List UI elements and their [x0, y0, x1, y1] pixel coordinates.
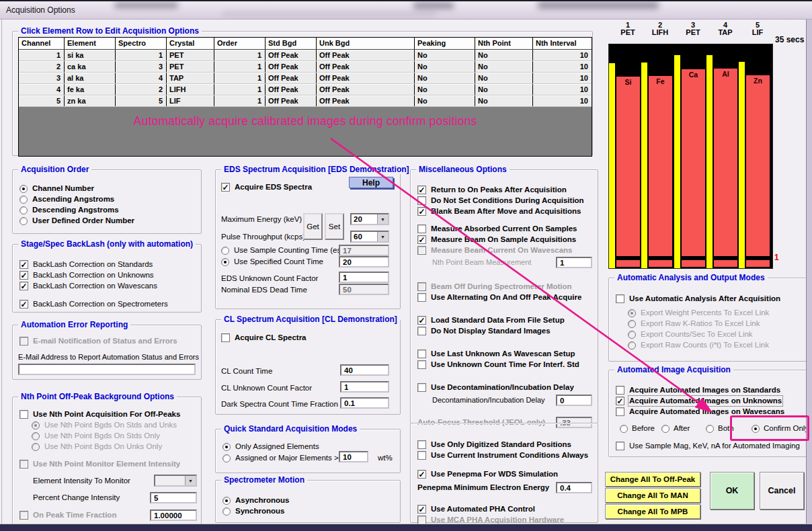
checkbox-return-to-on-peaks-after-acquisition[interactable]: Return to On Peaks After Acquisition — [417, 186, 598, 194]
checkbox-measure-beam-on-sample-acquisitions[interactable]: Measure Beam On Sample Acquisitions — [417, 235, 598, 244]
nth-point-beam-measurement-input[interactable] — [556, 257, 592, 268]
check-indicator[interactable] — [417, 327, 426, 335]
radio-only-assigned-elements[interactable]: Only Assigned Elements — [222, 442, 319, 451]
check-indicator[interactable] — [417, 316, 426, 325]
check-indicator[interactable] — [417, 196, 426, 205]
checkbox-use-only-digitized-standard-positions[interactable]: Use Only Digitized Standard Positions — [417, 440, 598, 449]
checkbox-backlash-correction-on-standards[interactable]: BackLash Correction on Standards — [19, 260, 201, 269]
checkbox-use-automated-pha-control[interactable]: Use Automated PHA Control — [417, 505, 598, 514]
dark-spectra-fraction-input[interactable] — [340, 397, 389, 409]
check-indicator[interactable] — [616, 407, 624, 416]
checkbox-acquire-automated-images-on-wavescans[interactable]: Acquire Automated Images on Wavescans — [616, 407, 807, 416]
radio-synchronous[interactable]: Synchronous — [222, 507, 400, 516]
radio-both[interactable]: Both — [706, 424, 734, 433]
checkbox-acquire-automated-images-on-unknowns[interactable]: Acquire Automated Images on Unknowns — [616, 397, 807, 405]
checkbox-do-not-display-standard-images[interactable]: Do Not Display Standard Images — [417, 327, 598, 335]
checkbox-use-last-unknown-as-wavescan-setup[interactable]: Use Last Unknown As Wavescan Setup — [417, 350, 598, 358]
set-button[interactable]: Set — [325, 213, 344, 240]
check-indicator[interactable] — [221, 183, 230, 192]
window-titlebar[interactable]: Acquisition Options — [0, 0, 812, 19]
table-row[interactable]: 5zn ka5LIF1Off PeakOff PeakNoNo10 — [19, 95, 592, 107]
check-indicator[interactable] — [616, 386, 624, 395]
pulse-throughput-dropdown[interactable]: 60 ▼ — [350, 231, 389, 243]
radio-indicator[interactable] — [19, 206, 28, 214]
chevron-down-icon[interactable]: ▼ — [377, 232, 388, 241]
checkbox-use-penepma-for-wds-simulation[interactable]: Use Penepma For WDS Simulation — [417, 470, 598, 479]
radio-indicator[interactable] — [706, 425, 714, 433]
checkbox-do-not-set-conditions-during-acquisition[interactable]: Do Not Set Conditions During Acquisition — [417, 196, 598, 205]
radio-user-defined-order-number[interactable]: User Defined Order Number — [19, 216, 201, 225]
radio-descending-angstroms[interactable]: Descending Angstroms — [19, 206, 201, 214]
check-indicator[interactable] — [19, 282, 28, 290]
check-indicator[interactable] — [417, 470, 426, 479]
change-all-mpb-button[interactable]: Change All To MPB — [605, 504, 700, 519]
checkbox-acquire-cl-spectra[interactable]: Acquire CL Spectra — [221, 333, 307, 342]
radio-assigned-or-major-elements[interactable]: Assigned or Major Elements > — [222, 454, 339, 462]
table-row[interactable]: 2ca ka3PET1Off PeakOff PeakNoNo10 — [19, 61, 592, 73]
checkbox-backlash-correction-on-unknowns[interactable]: BackLash Correction on Unknowns — [19, 271, 201, 280]
penepma-minimum-energy-input[interactable] — [556, 482, 592, 493]
radio-after[interactable]: After — [661, 424, 690, 433]
eds-unknown-count-factor-input[interactable] — [339, 272, 389, 283]
radio-indicator[interactable] — [222, 443, 231, 451]
check-indicator[interactable] — [417, 207, 426, 216]
radio-use-specified-count-time[interactable]: Use Specified Count Time — [221, 257, 323, 266]
checkbox-use-sample-mag[interactable]: Use Sample Mag, KeV, nA for Automated Im… — [616, 442, 800, 450]
checkbox-use-unknown-count-time-for-interf-std[interactable]: Use Unknown Count Time For Interf. Std — [417, 360, 598, 369]
radio-indicator[interactable] — [620, 425, 628, 433]
checkbox-measure-absorbed-current-on-samples[interactable]: Measure Absorbed Current On Samples — [417, 224, 598, 233]
radio-use-sample-counting-time[interactable]: Use Sample Counting Time (est.) — [221, 246, 348, 255]
cl-count-time-input[interactable] — [340, 364, 389, 376]
ok-button[interactable]: OK — [710, 472, 754, 509]
on-peak-time-fraction-input[interactable] — [150, 509, 197, 521]
change-all-offpeak-button[interactable]: Change All To Off-Peak — [605, 472, 700, 487]
check-indicator[interactable] — [417, 293, 426, 302]
percent-change-input[interactable] — [150, 492, 197, 503]
checkbox-use-nth-point-acquisition[interactable]: Use Nth Point Acquisition For Off-Peaks — [19, 410, 201, 419]
radio-indicator[interactable] — [222, 497, 231, 505]
checkbox-backlash-correction-on-spectrometers[interactable]: BackLash Correction on Spectrometers — [19, 300, 201, 309]
check-indicator[interactable] — [417, 440, 426, 449]
check-indicator[interactable] — [417, 235, 426, 244]
radio-indicator[interactable] — [19, 196, 28, 204]
radio-indicator[interactable] — [752, 425, 760, 433]
email-address-input[interactable] — [18, 364, 196, 375]
radio-ascending-angstroms[interactable]: Ascending Angstroms — [19, 195, 201, 204]
checkbox-blank-beam-after-move-and-acquisitions[interactable]: Blank Beam After Move and Acquisitions — [417, 207, 598, 216]
check-indicator[interactable] — [417, 360, 426, 369]
checkbox-use-current-instrument-conditions-always[interactable]: Use Current Instrument Conditions Always — [417, 451, 598, 460]
checkbox-load-standard-data-from-file-setup[interactable]: Load Standard Data From File Setup — [417, 316, 598, 325]
get-button[interactable]: Get — [303, 213, 323, 240]
checkbox-use-alternating-on-and-off-peak-acquire[interactable]: Use Alternating On And Off Peak Acquire — [417, 293, 598, 302]
check-indicator[interactable] — [19, 260, 28, 269]
check-indicator[interactable] — [417, 224, 426, 233]
major-element-threshold-input[interactable] — [339, 451, 368, 462]
radio-confirm-only[interactable]: Confirm Only — [752, 424, 809, 433]
radio-indicator[interactable] — [221, 258, 229, 266]
table-row[interactable]: 1si ka1PET1Off PeakOff PeakNoNo10 — [19, 50, 592, 61]
check-indicator[interactable] — [19, 300, 28, 309]
check-indicator[interactable] — [417, 350, 426, 358]
help-button[interactable]: Help — [349, 177, 393, 188]
checkbox-backlash-correction-on-wavescans[interactable]: BackLash Correction on Wavescans — [19, 282, 201, 290]
check-indicator[interactable] — [417, 383, 426, 392]
check-indicator[interactable] — [616, 442, 624, 450]
check-indicator[interactable] — [616, 397, 624, 405]
check-indicator[interactable] — [616, 294, 624, 303]
radio-asynchronous[interactable]: Asynchronous — [222, 496, 400, 505]
table-row[interactable]: 3al ka4TAP1Off PeakOff PeakNoNo10 — [19, 73, 592, 84]
check-indicator[interactable] — [19, 271, 28, 280]
check-indicator[interactable] — [221, 333, 230, 342]
check-indicator[interactable] — [19, 410, 28, 419]
cancel-button[interactable]: Cancel — [760, 472, 804, 509]
decon-delay-input[interactable] — [556, 395, 592, 406]
cl-unknown-count-factor-input[interactable] — [340, 381, 389, 393]
radio-indicator[interactable] — [661, 425, 669, 433]
radio-indicator[interactable] — [19, 185, 28, 193]
table-row[interactable]: 4fe ka2LIFH1Off PeakOff PeakNoNo10 — [19, 84, 592, 95]
radio-indicator[interactable] — [222, 507, 231, 516]
max-energy-dropdown[interactable]: 20 ▼ — [350, 213, 389, 225]
check-indicator[interactable] — [417, 451, 426, 460]
radio-channel-number[interactable]: Channel Number — [19, 184, 201, 193]
change-all-man-button[interactable]: Change All To MAN — [605, 488, 700, 503]
